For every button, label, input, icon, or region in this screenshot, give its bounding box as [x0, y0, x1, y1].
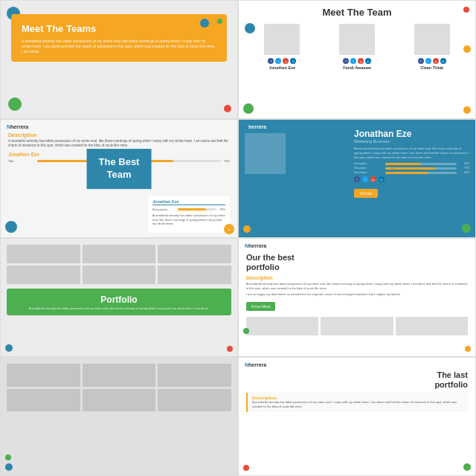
- photo-grid: [1, 239, 237, 287]
- slide-portfolio-cover: Portfolio A wonderful serenity has taken…: [0, 238, 238, 357]
- dot-green-bottomleft: [8, 97, 22, 111]
- photo-cell-2: [83, 245, 156, 263]
- member-name-3: Clean Titiak: [420, 65, 443, 70]
- team-photo-1: [264, 24, 300, 55]
- photo-cell-3: [158, 245, 231, 263]
- slide-portfolio-photos: [0, 357, 238, 476]
- overlay-title: The BestTeam: [99, 156, 140, 180]
- dot-green-bottomright: [463, 463, 471, 471]
- skill-bar-3: [385, 172, 457, 174]
- know-more-button[interactable]: Know More: [246, 302, 275, 311]
- dot-orange: [210, 19, 216, 24]
- member-name-2: Fandi Awaawa: [343, 65, 371, 70]
- skill-fill-2: [385, 167, 435, 170]
- dot-red-topright: [463, 7, 469, 13]
- facebook-icon: f: [343, 58, 349, 64]
- dot-blue: [200, 19, 209, 28]
- team-member-1: f t g in Jonathan Eze: [264, 24, 300, 70]
- sub-desc: A wonderful serenity has taken possessio…: [152, 213, 225, 226]
- dot-green-bottomleft: [243, 103, 254, 114]
- dot-orange-bottomright: [465, 346, 471, 352]
- logo-bar: Nherrera: [239, 358, 475, 369]
- logo-bar: Nherrera: [239, 239, 475, 250]
- dot-red-bottomright: [227, 346, 233, 352]
- photo-cell-6: [158, 389, 231, 412]
- social-icons-2: f t g in: [343, 58, 371, 64]
- desc-text: A wonderful serenity has taken possessio…: [246, 282, 468, 290]
- photo-cell-4: [7, 266, 80, 284]
- skill-bar-1: [385, 163, 457, 165]
- photo-cell-3: [158, 364, 231, 387]
- social-icons-3: f t g in: [418, 58, 446, 64]
- googleplus-icon: g: [433, 58, 439, 64]
- photo-cell-2: [83, 364, 156, 387]
- white-box-decoration: [245, 133, 286, 174]
- photo-cell-3: [396, 317, 468, 335]
- skill-val-2: 70%: [458, 167, 469, 170]
- profile-content: Jonathan Eze Marketing Business Aeneanmi…: [354, 129, 469, 198]
- skill-row-2: Description 70%: [354, 167, 469, 170]
- member-name-1: Jonathan Eze: [269, 65, 295, 70]
- skill-label-1: Description: [354, 162, 384, 165]
- dot-orange-mid: [463, 45, 471, 53]
- dot-green-bottomleft: [243, 328, 249, 334]
- facebook-icon: f: [268, 58, 274, 64]
- description-label: Description: [8, 132, 230, 138]
- twitter-icon: t: [425, 58, 431, 64]
- social-icons-1: f t g in: [268, 58, 296, 64]
- sub-progress-row: Description 74%: [152, 208, 225, 211]
- photo-grid: [1, 358, 237, 417]
- photo-cell-4: [7, 389, 80, 412]
- team-photo-3: [414, 24, 450, 55]
- linkedin-icon: in: [379, 176, 385, 182]
- skill-label-2: Description: [354, 167, 384, 170]
- googleplus-icon: g: [283, 58, 289, 64]
- skill-val-1: 50%: [458, 162, 469, 165]
- banner-dots: [200, 19, 222, 28]
- progress-label: Title: [8, 159, 34, 163]
- slide2-title: Meet The Team: [323, 7, 392, 18]
- photo-grid: [239, 314, 475, 340]
- sub-section: Jonathan Eze Description 74% A wonderful…: [148, 196, 230, 233]
- dot-blue-topleft: [245, 23, 255, 33]
- facebook-icon: f: [418, 58, 424, 64]
- twitter-icon: t: [350, 58, 356, 64]
- skill-row-3: Description 60%: [354, 171, 469, 174]
- sub-bar-bg: [178, 208, 216, 210]
- team-member-2: f t g in Fandi Awaawa: [339, 24, 375, 70]
- slide1-desc: A wonderful serenity has taken possessio…: [22, 39, 216, 54]
- sub-person-name: Jonathan Eze: [152, 199, 225, 205]
- skill-fill-3: [385, 172, 428, 174]
- team-photo-2: [339, 24, 375, 55]
- meet-teams-banner: Meet The Teams A wonderful serenity has …: [11, 14, 227, 62]
- team-member-3: f t g in Clean Titiak: [414, 24, 450, 70]
- photo-cell-2: [321, 317, 393, 335]
- skill-fill-1: [385, 163, 421, 165]
- skill-val-3: 60%: [458, 171, 469, 174]
- photo-cell-5: [83, 389, 156, 412]
- googleplus-icon: g: [358, 58, 364, 64]
- skill-label-3: Description: [354, 171, 384, 174]
- last-portfolio-title: The lastportfolio: [246, 370, 468, 390]
- portfolio-title: Portfolio: [14, 295, 224, 305]
- photo-cell-6: [158, 266, 231, 284]
- donate-button[interactable]: Donate: [354, 189, 378, 198]
- dot-orange-bottomleft: [243, 225, 251, 233]
- team-page-title: Meet The Team: [239, 1, 475, 21]
- linkedin-icon: in: [290, 58, 296, 64]
- profile-description: Aeneanmi serenity has taken possession o…: [354, 147, 469, 159]
- dot-green: [217, 19, 222, 24]
- desc-label: Description: [246, 275, 468, 280]
- dot-blue-bottomleft: [5, 221, 17, 233]
- portfolio-banner: Portfolio A wonderful serenity has taken…: [7, 289, 231, 315]
- team-row: f t g in Jonathan Eze f t g in Fandi Awa…: [239, 21, 475, 71]
- dot-red-bottomleft: [243, 465, 249, 471]
- dot-orange-bottomright: [463, 106, 471, 114]
- logo: Nherrera: [245, 124, 266, 129]
- logo: Nherrera: [7, 124, 28, 129]
- best-team-overlay: The BestTeam: [87, 149, 152, 189]
- extra-text: I am so happy, my dear friend, so absorb…: [246, 292, 468, 297]
- dot-green-mid: [5, 454, 11, 460]
- sub-label: Description: [152, 208, 175, 211]
- slide-last-portfolio: Nherrera The lastportfolio Description A…: [238, 357, 476, 476]
